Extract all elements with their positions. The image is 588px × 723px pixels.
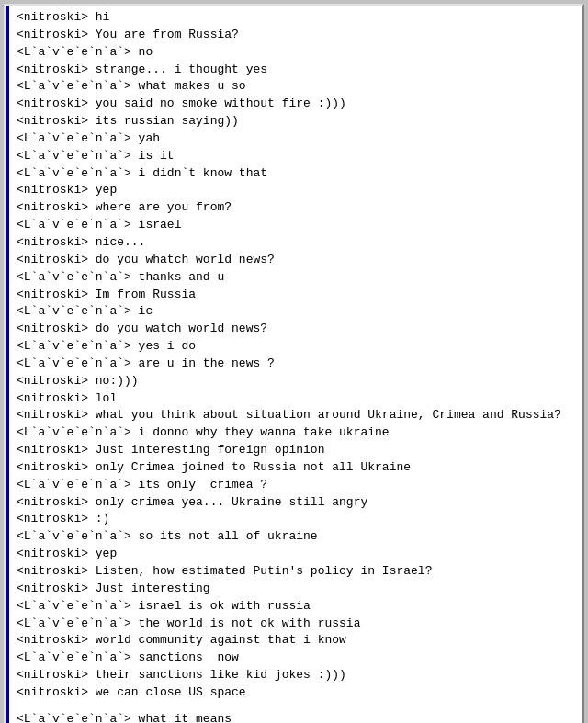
chat-line: <L`a`v`e`e`n`a`> israel bbox=[17, 217, 575, 234]
chat-line: <nitroski> hi bbox=[17, 9, 575, 27]
left-accent-bar bbox=[6, 6, 9, 723]
chat-window: <nitroski> hi<nitroski> You are from Rus… bbox=[4, 4, 584, 723]
chat-line: <nitroski> Just interesting foreign opin… bbox=[17, 442, 575, 459]
chat-line: <nitroski> do you whatch world news? bbox=[17, 252, 575, 269]
chat-line: <nitroski> world community against that … bbox=[17, 632, 575, 650]
chat-line: <nitroski> Im from Russia bbox=[17, 287, 575, 304]
chat-line: <nitroski> lol bbox=[17, 390, 575, 408]
chat-line: <nitroski> You are from Russia? bbox=[17, 27, 575, 44]
chat-line: <L`a`v`e`e`n`a`> are u in the news ? bbox=[17, 356, 575, 373]
chat-line: <L`a`v`e`e`n`a`> is it bbox=[17, 148, 575, 165]
chat-line: <nitroski> we can close US space bbox=[17, 684, 575, 702]
chat-line: <L`a`v`e`e`n`a`> what makes u so bbox=[17, 78, 575, 96]
chat-line: <nitroski> what you think about situatio… bbox=[17, 407, 575, 424]
chat-line: <nitroski> yep bbox=[17, 182, 575, 199]
chat-line: <L`a`v`e`e`n`a`> sanctions now bbox=[17, 650, 575, 667]
chat-line: <nitroski> Just interesting bbox=[17, 581, 575, 598]
chat-line: <nitroski> strange... i thought yes bbox=[17, 62, 575, 79]
chat-spacer bbox=[17, 702, 575, 711]
chat-line: <L`a`v`e`e`n`a`> yah bbox=[17, 130, 575, 148]
chat-line: <nitroski> only Crimea joined to Russia … bbox=[17, 459, 575, 477]
chat-line: <L`a`v`e`e`n`a`> i donno why they wanna … bbox=[17, 424, 575, 442]
chat-line: <nitroski> :) bbox=[17, 511, 575, 528]
chat-line: <nitroski> its russian saying)) bbox=[17, 113, 575, 130]
chat-line: <nitroski> no:))) bbox=[17, 373, 575, 390]
chat-line: <L`a`v`e`e`n`a`> thanks and u bbox=[17, 269, 575, 287]
chat-line: <L`a`v`e`e`n`a`> so its not all of ukrai… bbox=[17, 528, 575, 546]
chat-content: <nitroski> hi<nitroski> You are from Rus… bbox=[6, 6, 582, 723]
chat-line: <nitroski> Listen, how estimated Putin's… bbox=[17, 563, 575, 581]
chat-line: <nitroski> where are you from? bbox=[17, 199, 575, 217]
chat-line: <L`a`v`e`e`n`a`> israel is ok with russi… bbox=[17, 598, 575, 616]
chat-line: <nitroski> yep bbox=[17, 546, 575, 563]
chat-line: <L`a`v`e`e`n`a`> ic bbox=[17, 303, 575, 321]
chat-line: <L`a`v`e`e`n`a`> the world is not ok wit… bbox=[17, 616, 575, 633]
chat-line: <L`a`v`e`e`n`a`> no bbox=[17, 44, 575, 62]
chat-line: <nitroski> you said no smoke without fir… bbox=[17, 96, 575, 113]
chat-line: <nitroski> only crimea yea... Ukraine st… bbox=[17, 494, 575, 512]
chat-line: <L`a`v`e`e`n`a`> what it means bbox=[17, 711, 575, 723]
chat-line: <nitroski> do you watch world news? bbox=[17, 321, 575, 338]
chat-line: <L`a`v`e`e`n`a`> its only crimea ? bbox=[17, 477, 575, 494]
chat-line: <L`a`v`e`e`n`a`> i didn`t know that bbox=[17, 165, 575, 183]
chat-line: <nitroski> nice... bbox=[17, 234, 575, 252]
chat-line: <nitroski> their sanctions like kid joke… bbox=[17, 667, 575, 684]
chat-line: <L`a`v`e`e`n`a`> yes i do bbox=[17, 338, 575, 356]
